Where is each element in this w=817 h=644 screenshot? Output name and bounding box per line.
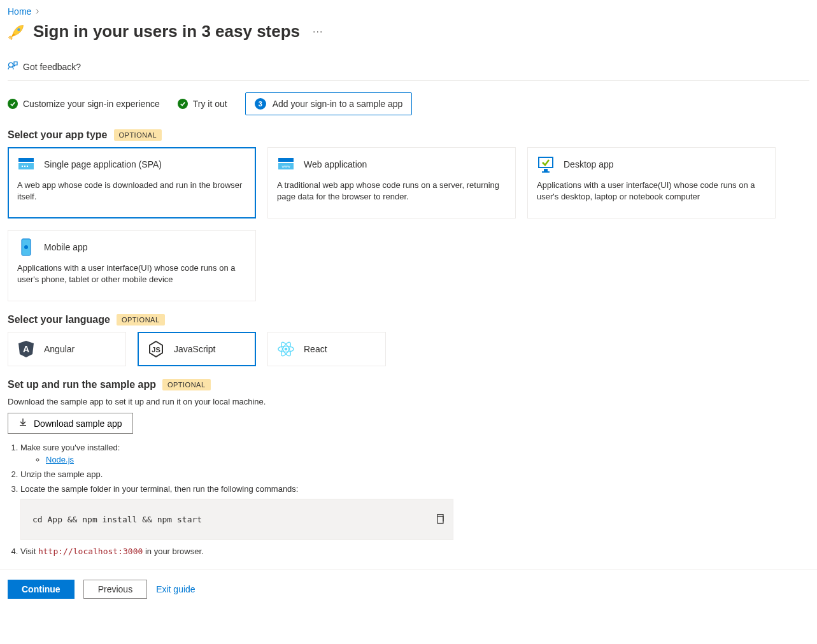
svg-rect-10 xyxy=(539,157,553,168)
wizard-steps: Customize your sign-in experience Try it… xyxy=(8,81,809,127)
card-desktop[interactable]: Desktop app Applications with a user int… xyxy=(527,147,776,218)
instruction-step-2: Unzip the sample app. xyxy=(20,469,809,479)
card-title: Single page application (SPA) xyxy=(44,159,162,169)
lang-javascript[interactable]: JS JavaScript xyxy=(138,332,256,366)
setup-subtext: Download the sample app to set it up and… xyxy=(8,397,809,406)
more-menu-button[interactable]: ··· xyxy=(313,26,323,38)
copy-button[interactable] xyxy=(435,513,445,526)
language-heading: Select your language OPTIONAL xyxy=(8,314,809,326)
download-icon xyxy=(18,418,27,429)
previous-button[interactable]: Previous xyxy=(83,580,147,599)
breadcrumb-home-link[interactable]: Home xyxy=(8,6,31,17)
code-block: cd App && npm install && npm start xyxy=(20,499,453,540)
lang-name: React xyxy=(304,344,327,354)
footer-bar: Continue Previous Exit guide xyxy=(0,569,817,609)
lang-name: JavaScript xyxy=(174,344,215,354)
setup-heading: Set up and run the sample app OPTIONAL xyxy=(8,379,809,390)
feedback-label: Got feedback? xyxy=(23,62,81,72)
svg-point-5 xyxy=(24,166,25,167)
svg-rect-21 xyxy=(437,516,443,523)
app-type-heading: Select your app type OPTIONAL xyxy=(8,129,809,141)
desktop-icon xyxy=(537,155,555,173)
instruction-step-1: Make sure you've installed: Node.js xyxy=(20,443,809,464)
step-3[interactable]: 3 Add your sign-in to a sample app xyxy=(245,92,413,115)
card-title: Web application xyxy=(304,159,367,169)
card-desc: A web app whose code is downloaded and r… xyxy=(17,180,246,203)
angular-icon: A xyxy=(17,340,35,358)
instruction-step-4: Visit http://localhost:3000 in your brow… xyxy=(20,547,809,556)
svg-point-14 xyxy=(24,245,28,249)
nodejs-link[interactable]: Node.js xyxy=(46,455,74,464)
svg-text:www: www xyxy=(281,164,291,168)
step-2-label: Try it out xyxy=(193,99,227,109)
feedback-link[interactable]: Got feedback? xyxy=(8,58,81,75)
card-mobile[interactable]: Mobile app Applications with a user inte… xyxy=(8,230,256,301)
breadcrumb: Home xyxy=(8,6,809,17)
react-icon xyxy=(277,340,295,358)
instruction-step-3: Locate the sample folder in your termina… xyxy=(20,484,809,540)
card-desc: Applications with a user interface(UI) w… xyxy=(17,262,246,285)
javascript-icon: JS xyxy=(147,340,165,358)
svg-point-20 xyxy=(285,348,288,351)
step-3-label: Add your sign-in to a sample app xyxy=(273,99,403,109)
card-title: Desktop app xyxy=(564,159,614,169)
feedback-icon xyxy=(8,61,18,73)
svg-point-6 xyxy=(27,166,28,167)
card-spa[interactable]: Single page application (SPA) A web app … xyxy=(8,147,256,218)
lang-angular[interactable]: A Angular xyxy=(8,332,126,366)
svg-point-0 xyxy=(17,28,20,31)
optional-badge: OPTIONAL xyxy=(114,129,162,141)
step-1-label: Customize your sign-in experience xyxy=(23,99,160,109)
card-desc: Applications with a user interface(UI) w… xyxy=(537,180,766,203)
lang-react[interactable]: React xyxy=(267,332,386,366)
code-text: cd App && npm install && npm start xyxy=(32,515,202,524)
svg-text:JS: JS xyxy=(152,346,160,354)
svg-point-4 xyxy=(22,166,23,167)
download-sample-button[interactable]: Download sample app xyxy=(8,413,133,434)
step-1[interactable]: Customize your sign-in experience xyxy=(8,99,160,109)
svg-rect-2 xyxy=(18,158,34,162)
optional-badge: OPTIONAL xyxy=(117,314,165,326)
svg-text:A: A xyxy=(23,344,29,354)
spa-icon xyxy=(17,155,35,173)
optional-badge: OPTIONAL xyxy=(162,379,211,390)
page-title: Sign in your users in 3 easy steps xyxy=(33,22,300,41)
instructions-list: Make sure you've installed: Node.js Unzi… xyxy=(8,443,809,556)
download-label: Download sample app xyxy=(34,419,122,429)
localhost-url: http://localhost:3000 xyxy=(38,547,143,556)
step-2[interactable]: Try it out xyxy=(178,99,227,109)
svg-rect-7 xyxy=(278,158,294,162)
webapp-icon: www xyxy=(277,155,295,173)
lang-name: Angular xyxy=(44,344,75,354)
continue-button[interactable]: Continue xyxy=(8,580,75,599)
svg-rect-3 xyxy=(18,163,34,169)
card-desc: A traditional web app whose code runs on… xyxy=(277,180,506,203)
exit-guide-link[interactable]: Exit guide xyxy=(156,584,195,594)
chevron-right-icon xyxy=(35,8,40,15)
card-title: Mobile app xyxy=(44,242,88,252)
rocket-icon xyxy=(8,23,25,41)
check-circle-icon xyxy=(178,99,188,109)
check-circle-icon xyxy=(8,99,18,109)
svg-rect-11 xyxy=(544,169,548,171)
step-number-icon: 3 xyxy=(255,98,266,110)
mobile-icon xyxy=(17,238,35,256)
svg-rect-12 xyxy=(542,171,550,173)
card-webapp[interactable]: www Web application A traditional web ap… xyxy=(267,147,516,218)
